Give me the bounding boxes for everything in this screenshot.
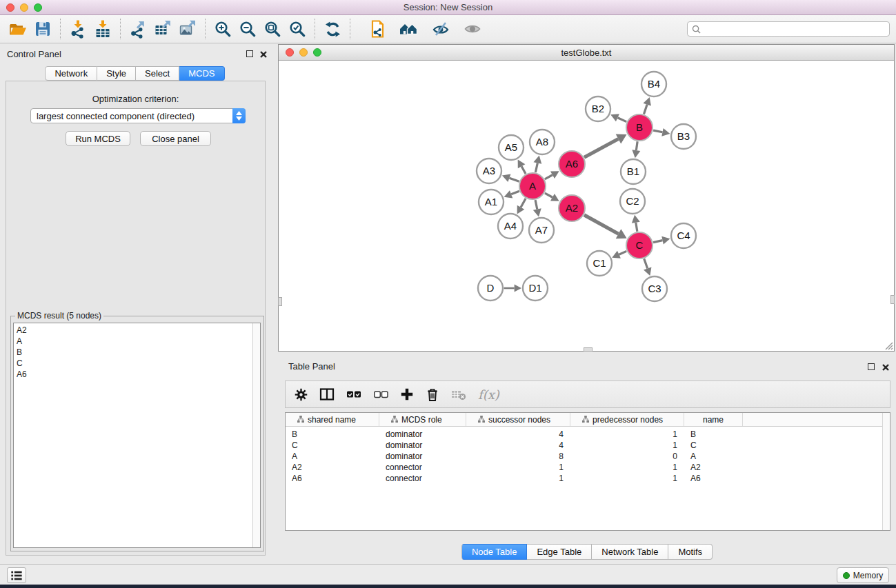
graph-node-A[interactable]: A [519, 173, 546, 199]
table-cell[interactable]: 1 [570, 440, 684, 450]
table-row[interactable]: Cdominator41C [286, 440, 890, 451]
graph-node-A7[interactable]: A7 [529, 218, 554, 243]
column-header-shared-name[interactable]: shared name [286, 413, 379, 426]
graph-node-B1[interactable]: B1 [621, 159, 646, 184]
table-cell[interactable]: 1 [570, 429, 684, 439]
zoom-selected-button[interactable] [286, 18, 308, 40]
tab-style[interactable]: Style [97, 66, 136, 81]
mcds-result-item[interactable]: A [14, 336, 260, 347]
table-cell[interactable]: 1 [570, 463, 684, 472]
table-cell[interactable]: connector [379, 474, 466, 483]
control-panel-float-button[interactable] [246, 50, 253, 57]
tab-select[interactable]: Select [136, 66, 179, 81]
zoom-out-button[interactable] [237, 18, 259, 40]
graph-edge-B-B3[interactable] [653, 130, 662, 132]
unselect-all-columns-button[interactable] [373, 385, 388, 403]
hide-selection-button[interactable] [430, 18, 452, 40]
graph-node-B2[interactable]: B2 [586, 97, 610, 121]
show-column-panel-button[interactable] [319, 385, 335, 403]
export-network-button[interactable] [127, 18, 149, 40]
control-panel-close-button[interactable] [259, 50, 268, 59]
table-cell[interactable]: 1 [466, 463, 570, 472]
graph-edge-A-A4[interactable] [521, 199, 526, 207]
table-panel-float-button[interactable] [868, 363, 875, 370]
graph-node-C4[interactable]: C4 [671, 223, 696, 248]
result-list-scrollbar[interactable] [252, 323, 260, 547]
table-cell[interactable]: dominator [379, 429, 466, 439]
export-table-button[interactable] [152, 18, 174, 40]
table-row[interactable]: Bdominator41B [286, 429, 890, 440]
graph-edge-A-A5[interactable] [521, 166, 526, 174]
open-session-button[interactable] [7, 18, 29, 40]
column-header-MCDS-role[interactable]: MCDS role [379, 413, 466, 426]
graph-edge-A6-B[interactable] [584, 139, 618, 158]
table-cell[interactable]: B [286, 429, 379, 439]
function-builder-button[interactable]: f(x) [478, 385, 499, 403]
graph-edge-A-A2[interactable] [545, 193, 552, 197]
table-cell[interactable]: B [684, 429, 743, 439]
graph-edge-B-B1[interactable] [636, 141, 637, 150]
column-header-name[interactable]: name [684, 413, 743, 426]
save-session-button[interactable] [32, 18, 54, 40]
graph-edge-C-C2[interactable] [636, 223, 637, 232]
graph-node-B4[interactable]: B4 [641, 72, 666, 97]
table-cell[interactable]: A2 [684, 463, 743, 472]
tab-node-table[interactable]: Node Table [461, 544, 528, 560]
show-all-button[interactable] [461, 18, 484, 40]
tab-edge-table[interactable]: Edge Table [527, 544, 592, 560]
tab-network[interactable]: Network [45, 66, 97, 81]
import-table-button[interactable] [92, 18, 114, 40]
table-cell[interactable]: C [286, 440, 379, 450]
graph-node-A6[interactable]: A6 [559, 151, 585, 177]
table-cell[interactable]: 4 [466, 429, 570, 439]
table-cell[interactable]: 1 [570, 474, 684, 483]
table-cell[interactable]: connector [379, 463, 466, 472]
tab-mcds[interactable]: MCDS [179, 66, 224, 81]
column-header-predecessor-nodes[interactable]: predecessor nodes [570, 413, 684, 426]
column-header-successor-nodes[interactable]: successor nodes [466, 413, 570, 426]
graph-edge-A-A6[interactable] [545, 175, 552, 179]
graph-node-D[interactable]: D [478, 276, 503, 301]
table-cell[interactable]: A2 [286, 463, 379, 472]
graph-edge-B-B4[interactable] [644, 105, 647, 114]
panel-menu-button[interactable] [7, 567, 26, 583]
search-input[interactable] [704, 24, 885, 34]
splitter-handle-bottom[interactable] [584, 347, 593, 352]
graph-edge-C-C3[interactable] [644, 258, 648, 268]
select-all-columns-button[interactable] [346, 385, 361, 403]
optimization-criterion-select[interactable]: largest connected component (directed) [30, 108, 246, 123]
import-network-button[interactable] [67, 18, 89, 40]
table-cell[interactable]: A6 [684, 474, 743, 483]
table-cell[interactable]: A6 [286, 474, 379, 483]
delete-table-button[interactable] [451, 385, 466, 403]
delete-columns-button[interactable] [426, 385, 439, 403]
apply-layout-button[interactable] [321, 18, 344, 40]
table-cell[interactable]: A [286, 452, 379, 461]
graph-edge-C-C1[interactable] [619, 251, 626, 254]
splitter-handle-left[interactable] [278, 297, 282, 306]
graph-node-C1[interactable]: C1 [587, 251, 612, 276]
tab-motifs[interactable]: Motifs [668, 544, 713, 560]
graph-edge-A-A1[interactable] [511, 191, 519, 194]
table-scrollbar[interactable] [882, 413, 890, 530]
graph-edge-C-C4[interactable] [653, 241, 663, 243]
graph-node-D1[interactable]: D1 [523, 276, 548, 301]
graph-edge-A-A8[interactable] [535, 163, 537, 172]
run-mcds-button[interactable]: Run MCDS [66, 131, 130, 146]
table-cell[interactable]: dominator [379, 440, 466, 450]
new-network-from-selection-button[interactable] [366, 18, 388, 40]
table-row[interactable]: A2connector11A2 [286, 462, 890, 473]
table-row[interactable]: A6connector11A6 [286, 473, 890, 484]
table-cell[interactable]: 8 [466, 452, 570, 461]
zoom-in-button[interactable] [212, 18, 234, 40]
table-cell[interactable]: 4 [466, 440, 570, 450]
splitter-handle-right[interactable] [890, 295, 895, 304]
mcds-result-item[interactable]: A2 [14, 325, 260, 336]
first-neighbors-button[interactable] [398, 18, 420, 40]
graph-edge-B-B2[interactable] [617, 118, 626, 122]
network-window-titlebar[interactable]: testGlobe.txt [279, 45, 894, 61]
graph-node-B3[interactable]: B3 [671, 124, 696, 149]
graph-node-A2[interactable]: A2 [559, 195, 585, 221]
mcds-result-item[interactable]: C [14, 358, 260, 369]
mcds-result-item[interactable]: B [14, 347, 260, 358]
